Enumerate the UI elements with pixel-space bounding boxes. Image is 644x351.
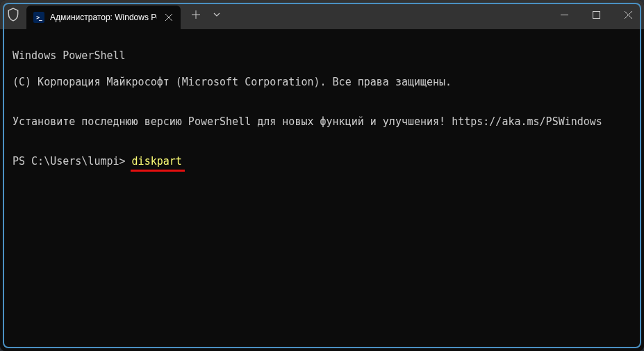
command-input: diskpart (132, 155, 182, 168)
titlebar: Администратор: Windows Po (0, 0, 644, 29)
prompt: PS C:\Users\lumpi> (13, 155, 132, 168)
output-line: Windows PowerShell (13, 49, 631, 63)
tab-close-button[interactable] (163, 11, 175, 24)
output-line: Установите последнюю версию PowerShell д… (13, 115, 631, 129)
output-line: (C) Корпорация Майкрософт (Microsoft Cor… (13, 76, 631, 89)
command-wrap: diskpart (132, 155, 182, 168)
tab-title: Администратор: Windows Po (50, 13, 157, 22)
svg-rect-5 (593, 11, 600, 18)
terminal-window: Администратор: Windows Po (0, 0, 644, 351)
tab-dropdown-button[interactable] (207, 3, 226, 26)
window-close-button[interactable] (612, 0, 644, 29)
minimize-button[interactable] (548, 0, 580, 29)
new-tab-button[interactable] (185, 3, 207, 26)
annotation-underline (131, 170, 185, 172)
prompt-line: PS C:\Users\lumpi> diskpart (13, 155, 631, 168)
active-tab[interactable]: Администратор: Windows Po (26, 6, 181, 29)
window-controls (548, 0, 644, 29)
shield-icon (0, 0, 26, 29)
terminal-output[interactable]: Windows PowerShell (C) Корпорация Майкро… (0, 29, 644, 351)
powershell-icon (33, 12, 44, 23)
maximize-button[interactable] (580, 0, 612, 29)
